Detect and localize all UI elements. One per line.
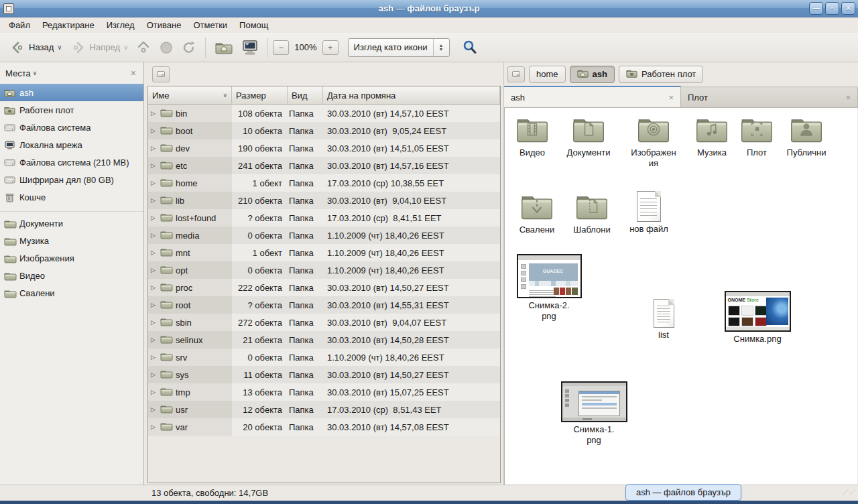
path-button-Работен плот[interactable]: Работен плот	[619, 66, 703, 83]
sidebar-item[interactable]: Видео	[0, 267, 143, 284]
table-row[interactable]: ▷ proc222 обектаПапка30.03.2010 (вт) 14,…	[148, 279, 500, 296]
file-icon-item[interactable]: GUADEC Снимка-2.png	[511, 254, 587, 322]
menu-item-Изглед[interactable]: Изглед	[101, 19, 141, 32]
table-row[interactable]: ▷ root? обектаПапка30.03.2010 (вт) 14,55…	[148, 296, 500, 314]
sidebar-item[interactable]: Файлова система	[0, 119, 143, 136]
expander-icon[interactable]: ▷	[151, 127, 158, 134]
tab-close-icon[interactable]: ×	[845, 92, 851, 103]
sidebar-item[interactable]: Свалени	[0, 284, 143, 302]
places-dropdown-icon[interactable]: ∨	[33, 70, 129, 76]
computer-button[interactable]	[237, 37, 263, 58]
zoom-in-button[interactable]: +	[322, 40, 339, 55]
table-row[interactable]: ▷ media0 обектаПапка1.10.2009 (чт) 18,40…	[148, 227, 500, 244]
zoom-out-button[interactable]: −	[273, 40, 289, 55]
menu-item-Редактиране[interactable]: Редактиране	[36, 19, 101, 32]
stop-button[interactable]	[155, 38, 178, 58]
table-row[interactable]: ▷ opt0 обектаПапка1.10.2009 (чт) 18,40,2…	[148, 261, 500, 279]
expander-icon[interactable]: ▷	[151, 214, 158, 221]
table-row[interactable]: ▷ selinux21 обектаПапка30.03.2010 (вт) 1…	[148, 331, 500, 349]
expander-icon[interactable]: ▷	[151, 267, 158, 273]
column-header-Име[interactable]: Име∨	[148, 86, 232, 104]
sidebar-item[interactable]: Локална мрежа	[0, 136, 143, 153]
back-button[interactable]: Назад ∨	[5, 38, 66, 57]
expander-icon[interactable]: ▷	[151, 319, 158, 326]
places-header[interactable]: Места	[5, 68, 31, 78]
expander-icon[interactable]: ▷	[151, 197, 158, 204]
expander-icon[interactable]: ▷	[151, 249, 158, 256]
close-button[interactable]: ✕	[841, 2, 855, 15]
tab-close-icon[interactable]: ×	[668, 92, 674, 103]
sidebar-item[interactable]: Документи	[0, 214, 143, 232]
file-icon-item[interactable]: GNOME Store Снимка.png	[720, 291, 795, 344]
tab-ash[interactable]: ash×	[504, 86, 681, 107]
expander-icon[interactable]: ▷	[151, 354, 158, 361]
tree-pane-button[interactable]	[152, 66, 170, 82]
home-button[interactable]	[210, 38, 237, 58]
expander-icon[interactable]: ▷	[151, 424, 158, 430]
expander-icon[interactable]: ▷	[151, 180, 158, 186]
sidebar-close-icon[interactable]: ×	[129, 68, 138, 78]
sidebar-item[interactable]: Кошче	[0, 188, 143, 206]
table-row[interactable]: ▷ var20 обектаПапка30.03.2010 (вт) 14,57…	[148, 418, 500, 436]
table-row[interactable]: ▷ srv0 обектаПапка1.10.2009 (чт) 18,40,2…	[148, 349, 500, 366]
sidebar-item[interactable]: ash	[0, 84, 143, 101]
minimize-button[interactable]: —	[809, 2, 823, 15]
column-header-Дата на промяна[interactable]: Дата на промяна	[323, 86, 500, 104]
table-row[interactable]: ▷ dev190 обектаПапка30.03.2010 (вт) 14,5…	[148, 139, 500, 157]
up-button[interactable]	[132, 38, 155, 58]
file-icon-item[interactable]: Свалени	[506, 192, 568, 235]
tab-Плот[interactable]: Плот×	[681, 88, 858, 107]
table-row[interactable]: ▷ sys11 обектаПапка30.03.2010 (вт) 14,50…	[148, 366, 500, 383]
expander-icon[interactable]: ▷	[151, 389, 158, 395]
path-button-ash[interactable]: ash	[570, 66, 615, 83]
table-row[interactable]: ▷ home1 обектПапка17.03.2010 (ср) 10,38,…	[148, 174, 500, 192]
expander-icon[interactable]: ▷	[151, 406, 158, 413]
maximize-button[interactable]: ▫	[825, 2, 839, 15]
sidebar-item[interactable]: Шифриран дял (80 GB)	[0, 171, 143, 188]
table-row[interactable]: ▷ boot10 обектаПапка30.03.2010 (вт) 9,05…	[148, 122, 500, 139]
file-icon-item[interactable]: list	[633, 299, 694, 340]
resize-grip[interactable]: ⋰⋰	[843, 489, 856, 495]
menu-item-Файл[interactable]: Файл	[3, 19, 36, 32]
file-icon-item[interactable]: Снимка-1.png	[556, 381, 631, 446]
table-row[interactable]: ▷ tmp13 обектаПапка30.03.2010 (вт) 15,07…	[148, 383, 500, 401]
path-button-home[interactable]: home	[529, 66, 566, 83]
expander-icon[interactable]: ▷	[151, 302, 158, 308]
sidebar-item[interactable]: Файлова система (210 MB)	[0, 153, 143, 171]
reload-button[interactable]	[178, 38, 200, 58]
column-header-Вид[interactable]: Вид	[288, 86, 323, 104]
expander-icon[interactable]: ▷	[151, 162, 158, 169]
expander-icon[interactable]: ▷	[151, 284, 158, 291]
file-icon-item[interactable]: Публични	[776, 115, 837, 158]
file-icon-item[interactable]: Шаблони	[561, 192, 623, 235]
expander-icon[interactable]: ▷	[151, 336, 158, 343]
table-row[interactable]: ▷ lib210 обектаПапка30.03.2010 (вт) 9,04…	[148, 192, 500, 209]
menu-item-Отиване[interactable]: Отиване	[141, 19, 188, 32]
path-root-button[interactable]	[507, 66, 525, 82]
menu-item-Помощ[interactable]: Помощ	[233, 19, 274, 32]
expander-icon[interactable]: ▷	[151, 110, 158, 117]
file-icon-item[interactable]: Документи	[558, 115, 619, 158]
sidebar-item[interactable]: Работен плот	[0, 101, 143, 119]
expander-icon[interactable]: ▷	[151, 232, 158, 239]
table-row[interactable]: ▷ mnt1 обектПапка1.10.2009 (чт) 18,40,26…	[148, 244, 500, 261]
view-mode-spinner-icon[interactable]: ▲▼	[433, 39, 449, 56]
file-icon-item[interactable]: Видео	[504, 115, 563, 158]
file-icon-item[interactable]: нов файл	[618, 191, 680, 235]
icon-canvas[interactable]: Видео Документи Изображения Музика Плот …	[504, 108, 857, 485]
back-dropdown-icon[interactable]: ∨	[57, 44, 62, 51]
table-row[interactable]: ▷ usr12 обектаПапка17.03.2010 (ср) 8,51,…	[148, 401, 500, 418]
search-button[interactable]	[458, 37, 482, 58]
table-row[interactable]: ▷ etc241 обектаПапка30.03.2010 (вт) 14,5…	[148, 157, 500, 174]
forward-button[interactable]: Напред ∨	[66, 38, 133, 57]
view-mode-select[interactable]: Изглед като икони ▲▼	[348, 38, 450, 57]
table-row[interactable]: ▷ lost+found? обектаПапка17.03.2010 (ср)…	[148, 209, 500, 227]
menu-item-Отметки[interactable]: Отметки	[187, 19, 233, 32]
expander-icon[interactable]: ▷	[151, 371, 158, 378]
table-row[interactable]: ▷ bin108 обектаПапка30.03.2010 (вт) 14,5…	[148, 105, 500, 122]
sidebar-item[interactable]: Изображения	[0, 249, 143, 267]
sidebar-item[interactable]: Музика	[0, 232, 143, 249]
table-row[interactable]: ▷ sbin272 обектаПапка30.03.2010 (вт) 9,0…	[148, 314, 500, 331]
expander-icon[interactable]: ▷	[151, 145, 158, 151]
file-icon-item[interactable]: Изображения	[623, 115, 684, 169]
